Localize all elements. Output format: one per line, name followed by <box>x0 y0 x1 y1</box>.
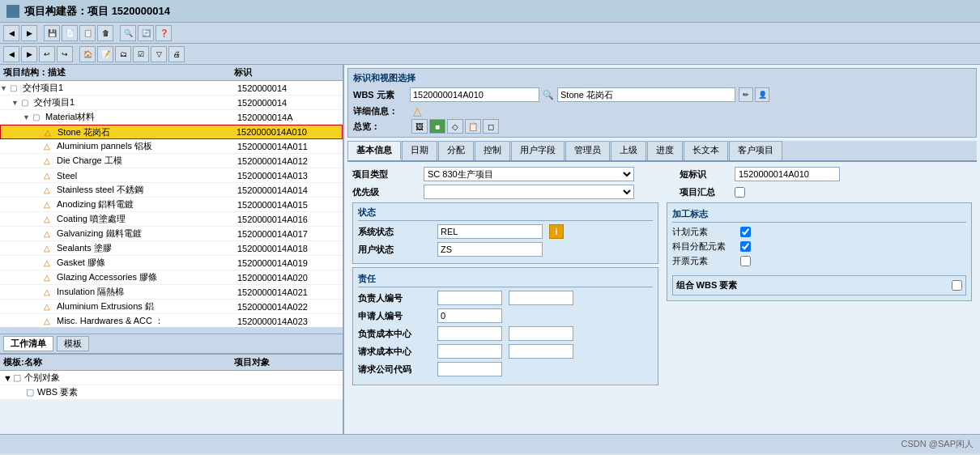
tree-label: Aluminium Extrusions 鋁 <box>57 300 237 313</box>
company-code-input[interactable] <box>437 362 502 376</box>
tree-row[interactable]: △ Die Charge 工模 1520000014A012 <box>0 154 343 168</box>
tree-row[interactable]: △ Galvanizing 鐵料電鍍 1520000014A017 <box>0 227 343 241</box>
tree-row[interactable]: ▼ ▢ 交付项目1 1520000014 <box>0 96 343 110</box>
toolbar2-folder-btn[interactable]: 🗂 <box>115 46 131 62</box>
tree-row[interactable]: ▼ ▢ 交付项目1 1520000014 <box>0 81 343 96</box>
tab-assignment[interactable]: 分配 <box>438 141 474 160</box>
tab-date[interactable]: 日期 <box>402 141 437 160</box>
tab-user-fields[interactable]: 用户字段 <box>511 141 565 160</box>
tree-icon: △ <box>44 215 55 223</box>
person-in-charge-input[interactable] <box>437 291 502 305</box>
tree-id: 1520000014A018 <box>237 244 343 253</box>
tree-arrow: ▼ <box>23 113 32 121</box>
short-id-value: 1520000014A010 <box>735 167 840 181</box>
tab-template[interactable]: 模板 <box>57 336 89 351</box>
status-info-btn[interactable]: i <box>549 224 564 239</box>
tab-admin[interactable]: 管理员 <box>565 141 610 160</box>
tag-view-title: 标识和视图选择 <box>353 72 971 84</box>
toolbar-save-btn[interactable]: 💾 <box>44 25 60 41</box>
tab-basic-info[interactable]: 基本信息 <box>347 141 401 160</box>
header-id: 标识 <box>234 66 339 79</box>
tree-row[interactable]: △ Gasket 膠條 1520000014A019 <box>0 256 343 270</box>
tree-icon: △ <box>44 185 55 194</box>
toolbar2-undo-btn[interactable]: ↩ <box>39 46 55 62</box>
toolbar2-print-btn[interactable]: 🖨 <box>168 46 185 62</box>
invoice-element-checkbox[interactable] <box>740 256 751 266</box>
account-element-checkbox[interactable] <box>740 241 751 252</box>
requestor-input[interactable] <box>437 308 502 323</box>
toolbar2-redo-btn[interactable]: ↪ <box>57 46 73 62</box>
overview-icon-4[interactable]: 📋 <box>465 119 481 134</box>
tree-row[interactable]: △ Stone 花岗石 1520000014A010 <box>0 125 343 139</box>
tree-row[interactable]: △ Glazing Accessories 膠條 1520000014A020 <box>0 270 343 285</box>
user-status-input[interactable] <box>437 242 543 257</box>
toolbar-copy-btn[interactable]: 📋 <box>79 25 96 41</box>
tab-client-project[interactable]: 客户项目 <box>729 141 782 160</box>
tree-row[interactable]: △ Misc. Hardwares & ACC ： 1520000014A023 <box>0 314 343 327</box>
tab-control[interactable]: 控制 <box>475 141 510 160</box>
tab-long-text[interactable]: 长文本 <box>684 141 728 160</box>
wbs-name-input[interactable] <box>557 87 735 102</box>
template-wbs-icon: ▢ <box>26 387 37 398</box>
toolbar2-filter-btn[interactable]: ▽ <box>151 46 167 62</box>
overview-icon-3[interactable]: ◇ <box>447 119 463 134</box>
wbs-search-icon: 🔍 <box>543 90 554 100</box>
project-type-select[interactable]: SC 830生产项目 <box>424 167 634 181</box>
request-cost-center-input[interactable] <box>437 344 502 359</box>
project-type-row: 项目类型 SC 830生产项目 短标识 1520000014A010 <box>352 167 972 181</box>
tab-progress[interactable]: 进度 <box>647 141 683 160</box>
app-icon <box>6 5 19 18</box>
template-row-wbs[interactable]: ▢ WBS 要素 <box>0 385 343 400</box>
plan-element-checkbox[interactable] <box>740 227 751 237</box>
toolbar2-home-btn[interactable]: 🏠 <box>79 46 96 62</box>
tree-row[interactable]: △ Sealants 塗膠 1520000014A018 <box>0 241 343 256</box>
toolbar-refresh-btn[interactable]: 🔄 <box>138 25 154 41</box>
wbs-input[interactable] <box>410 87 539 102</box>
overview-icon-5[interactable]: ◻ <box>483 119 499 134</box>
summary-checkbox[interactable] <box>735 187 745 198</box>
tree-row[interactable]: △ Insulation 隔熱棉 1520000014A021 <box>0 285 343 300</box>
priority-select[interactable] <box>424 185 634 199</box>
tree-row[interactable]: △ Coating 噴塗處理 1520000014A016 <box>0 212 343 227</box>
system-status-input[interactable] <box>437 224 543 239</box>
request-cost-center-input2[interactable] <box>509 344 573 359</box>
toolbar-search-btn[interactable]: 🔍 <box>120 25 136 41</box>
tree-label: Gasket 膠條 <box>57 257 237 269</box>
combined-wbs-checkbox[interactable] <box>952 280 962 291</box>
tab-worklist[interactable]: 工作清单 <box>3 336 53 351</box>
wbs-edit-btn[interactable]: ✏ <box>739 87 753 102</box>
tree-label: Aluminium pannels 铝板 <box>57 140 237 152</box>
toolbar2-prev-btn[interactable]: ◀ <box>3 46 19 62</box>
tree-row[interactable]: ▼ ▢ Material材料 1520000014A <box>0 110 343 125</box>
tab-superior[interactable]: 上级 <box>611 141 646 160</box>
person-in-charge-input2[interactable] <box>509 291 573 305</box>
toolbar-help-btn[interactable]: ❓ <box>156 25 172 41</box>
tree-area[interactable]: ▼ ▢ 交付项目1 1520000014 ▼ ▢ 交付项目1 152000001… <box>0 81 343 327</box>
tree-id: 1520000014A011 <box>237 142 343 151</box>
template-row-individual[interactable]: ▼ ▢ 个别对象 <box>0 371 343 385</box>
toolbar-delete-btn[interactable]: 🗑 <box>97 25 113 41</box>
toolbar2-check-btn[interactable]: ☑ <box>133 46 149 62</box>
toolbar2-edit-btn[interactable]: 📝 <box>97 46 113 62</box>
tree-row[interactable]: △ Aluminium Extrusions 鋁 1520000014A022 <box>0 300 343 314</box>
tree-label: Insulation 隔熱棉 <box>57 286 237 298</box>
wbs-row: WBS 元素 🔍 ✏ 👤 <box>353 87 971 102</box>
cost-center-input2[interactable] <box>509 326 573 341</box>
toolbar-forward-btn[interactable]: ▶ <box>21 25 37 41</box>
overview-icon-1[interactable]: 🖼 <box>411 119 428 134</box>
tree-icon: △ <box>44 156 55 165</box>
horizontal-scrollbar[interactable] <box>0 327 343 334</box>
tree-row[interactable]: △ Aluminium pannels 铝板 1520000014A011 <box>0 139 343 154</box>
tree-row[interactable]: △ Anodizing 鋁料電鍍 1520000014A015 <box>0 198 343 212</box>
toolbar-back-btn[interactable]: ◀ <box>3 25 19 41</box>
toolbar2-next-btn[interactable]: ▶ <box>21 46 37 62</box>
tree-row[interactable]: △ Stainless steel 不銹鋼 1520000014A014 <box>0 183 343 198</box>
overview-icon-2[interactable]: ■ <box>429 119 445 134</box>
tree-row[interactable]: △ Steel 1520000014A013 <box>0 168 343 183</box>
tree-arrow: ▼ <box>0 84 10 92</box>
title-text: 项目构建器：项目 1520000014 <box>24 4 170 19</box>
template-individual-icon: ▢ <box>13 372 24 383</box>
cost-center-input[interactable] <box>437 326 502 341</box>
wbs-user-btn[interactable]: 👤 <box>755 87 769 102</box>
toolbar-new-btn[interactable]: 📄 <box>62 25 78 41</box>
